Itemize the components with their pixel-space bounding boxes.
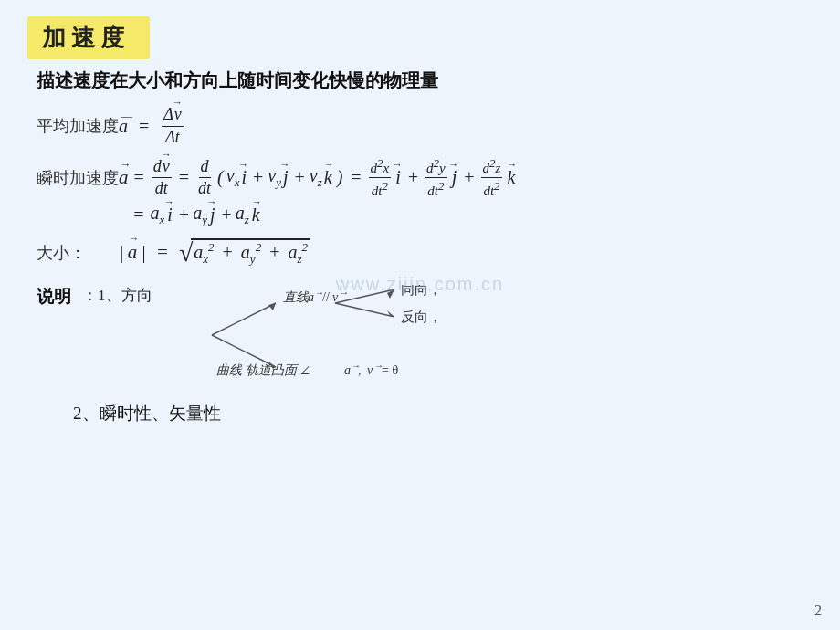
delta-v-over-delta-t: Δv→ Δt: [162, 105, 184, 147]
note1-text: ：1、方向: [82, 285, 152, 306]
sqrt-expr: √ ax2 + ay2 + az2: [179, 238, 310, 267]
svg-line-0: [212, 303, 276, 335]
plus1: +: [253, 167, 263, 188]
k-vec2: k →: [507, 167, 515, 188]
svg-text:反向，减速: 反向，减速: [401, 310, 440, 324]
ay2: ay2: [241, 242, 261, 262]
eq-mag: =: [157, 241, 168, 264]
svg-text:= θ: = θ: [382, 363, 398, 377]
plus-sq2: +: [269, 242, 279, 262]
i-vec: i →: [241, 167, 247, 188]
mag-formula: | a → | = √ ax2 + ay2 + az2: [119, 238, 310, 267]
eq5: =: [132, 205, 145, 226]
az: az: [236, 203, 249, 227]
inst-formula-line1: 瞬时加速度 a → = dv→ dt = d dt: [37, 156, 822, 199]
plus-sq1: +: [223, 242, 233, 262]
d2z-dt2: d2z dt2: [481, 156, 503, 199]
j-vec: j →: [283, 167, 289, 188]
avg-formula: a — = Δv→ Δt: [119, 105, 185, 147]
j-vec3: j →: [210, 205, 215, 226]
inst-acceleration-block: 瞬时加速度 a → = dv→ dt = d dt: [37, 156, 822, 227]
j-vec2: j →: [452, 167, 457, 188]
paren-close: ): [337, 167, 343, 188]
note-row: 说明 ：1、方向: [37, 285, 822, 389]
svg-text://: //: [322, 290, 330, 304]
svg-text:曲线  轨道凸面   ∠: 曲线 轨道凸面 ∠: [216, 363, 310, 377]
a-vec-mag: a →: [128, 241, 138, 264]
plus2: +: [295, 167, 305, 188]
equals1: =: [139, 116, 149, 137]
ax2: ax2: [194, 242, 214, 262]
svg-text:同向，加速: 同向，加速: [401, 285, 440, 297]
content-area: 平均加速度 a — = Δv→ Δt 瞬时加速度: [37, 105, 822, 425]
svg-line-2: [212, 335, 276, 367]
slide: 加速度 描述速度在大小和方向上随时间变化快慢的物理量 平均加速度 a — = Δ…: [0, 0, 840, 630]
a-bar-symbol: a —: [119, 116, 128, 137]
a-vec-symbol: a →: [119, 166, 129, 189]
d2x-dt2: d2x dt2: [369, 156, 392, 199]
k-vec: k →: [324, 167, 332, 188]
i-vec3: i →: [167, 205, 173, 226]
mag-label: 大小：: [37, 242, 119, 264]
i-vec2: i →: [395, 167, 401, 188]
vz: vz: [310, 165, 322, 190]
avg-acceleration-row: 平均加速度 a — = Δv→ Δt: [37, 105, 822, 147]
eq3: =: [179, 167, 189, 188]
ax: ax: [151, 203, 165, 227]
arrow-svg: 直线 a → // v → 同向，加速 反向，减速 曲线 轨道凸面 ∠ a → …: [166, 285, 440, 385]
note2: 2、瞬时性、矢量性: [73, 402, 822, 425]
page-number: 2: [814, 603, 822, 619]
note-label: 说明: [37, 285, 82, 309]
k-vec3: k →: [252, 205, 260, 226]
svg-text:,: ,: [358, 363, 362, 377]
svg-text:→: →: [340, 288, 349, 298]
subtitle: 描述速度在大小和方向上随时间变化快慢的物理量: [37, 68, 438, 93]
sqrt-content: ax2 + ay2 + az2: [191, 238, 310, 267]
svg-text:直线: 直线: [283, 290, 310, 304]
d2y-dt2: d2y dt2: [425, 156, 447, 199]
ay: ay: [193, 203, 207, 227]
paren-open: (: [217, 167, 224, 188]
svg-text:a: a: [344, 363, 351, 377]
arrow-diagram: 直线 a → // v → 同向，加速 反向，减速 曲线 轨道凸面 ∠ a → …: [166, 285, 440, 389]
svg-text:v: v: [367, 363, 373, 377]
inst-formula-line2: = ax i → + ay j → + az k →: [132, 203, 822, 227]
eq2: =: [134, 167, 144, 188]
dv-dt: dv→ dt: [152, 157, 172, 199]
svg-text:v: v: [332, 290, 339, 304]
plus3: +: [408, 167, 418, 188]
svg-text:a: a: [308, 290, 314, 304]
avg-label: 平均加速度: [37, 115, 119, 137]
title-bar: 加速度: [27, 16, 150, 59]
plus4: +: [464, 167, 474, 188]
eq4: =: [351, 167, 361, 188]
plus6: +: [221, 205, 231, 226]
title-text: 加速度: [42, 25, 130, 51]
az2: az2: [288, 242, 308, 262]
magnitude-row: 大小： | a → | = √ ax2 + ay2 + az2: [37, 238, 822, 267]
d-dt: d dt: [196, 157, 213, 199]
inst-label: 瞬时加速度: [37, 167, 119, 189]
plus5: +: [179, 205, 189, 226]
svg-line-6: [335, 303, 394, 317]
